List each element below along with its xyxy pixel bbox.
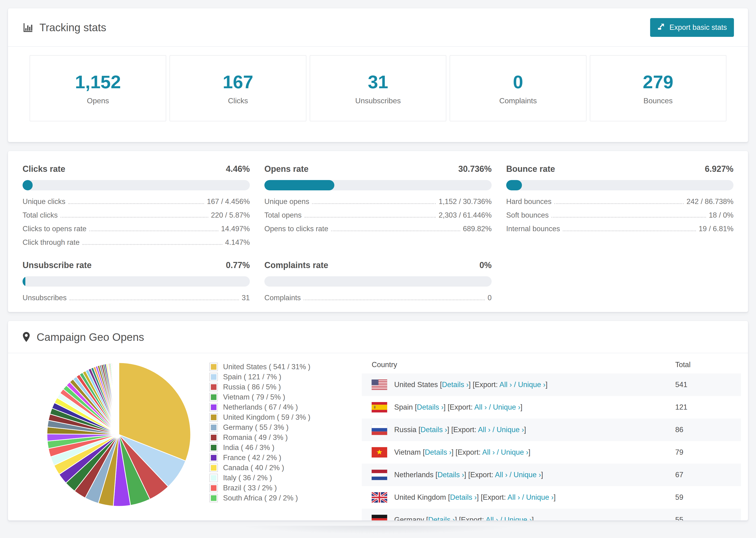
details-link[interactable]: Details › bbox=[442, 381, 469, 389]
legend-label: Spain ( 121 / 7% ) bbox=[223, 373, 281, 381]
bracket: [ bbox=[418, 426, 420, 434]
column-header-total: Total bbox=[675, 360, 731, 369]
rate-head: Complaints rate0% bbox=[264, 260, 492, 270]
details-link[interactable]: Details › bbox=[417, 403, 444, 411]
export-all-link[interactable]: All › bbox=[507, 493, 520, 501]
rate-progress-fill bbox=[264, 180, 334, 190]
bracket: ] bbox=[541, 471, 543, 479]
rate-progress-track bbox=[264, 276, 492, 287]
rate-row-label: Unique opens bbox=[264, 197, 309, 206]
rate-row-label: Unsubscribes bbox=[23, 294, 67, 302]
rate-row-value: 2,303 / 61.446% bbox=[439, 211, 492, 219]
export-unique-link[interactable]: Unique › bbox=[513, 471, 541, 479]
country-name: United States bbox=[394, 381, 440, 389]
flag-icon-vn bbox=[372, 447, 387, 457]
geo-title: Campaign Geo Opens bbox=[37, 331, 144, 344]
export-all-link[interactable]: All › bbox=[486, 516, 498, 521]
geo-title-wrap: Campaign Geo Opens bbox=[22, 331, 144, 344]
dotted-leader bbox=[563, 231, 696, 231]
bracket: ] [Export: bbox=[469, 381, 499, 389]
legend-label: Vietnam ( 79 / 5% ) bbox=[223, 393, 285, 402]
country-cell: United States [Details ›] [Export: All ›… bbox=[394, 381, 675, 389]
legend-item-india: India ( 46 / 3% ) bbox=[209, 443, 337, 453]
stat-tile-opens: 1,152Opens bbox=[29, 55, 166, 121]
slash-separator: / bbox=[520, 493, 526, 501]
legend-label: United States ( 541 / 31% ) bbox=[223, 363, 310, 371]
country-name: Russia bbox=[394, 426, 418, 434]
legend-label: Italy ( 36 / 2% ) bbox=[223, 474, 272, 482]
export-unique-link[interactable]: Unique › bbox=[518, 381, 545, 389]
export-all-link[interactable]: All › bbox=[499, 381, 512, 389]
export-unique-link[interactable]: Unique › bbox=[504, 516, 532, 521]
rate-title: Opens rate bbox=[264, 164, 308, 174]
rate-row: Hard bounces242 / 86.738% bbox=[506, 196, 733, 206]
legend-swatch bbox=[209, 423, 218, 432]
stat-value: 279 bbox=[643, 71, 674, 93]
legend-swatch bbox=[209, 463, 218, 472]
stat-value: 31 bbox=[368, 71, 388, 93]
total-cell: 59 bbox=[675, 493, 731, 502]
rate-head: Clicks rate4.46% bbox=[23, 164, 250, 174]
export-unique-link[interactable]: Unique › bbox=[497, 426, 524, 434]
total-cell: 67 bbox=[675, 471, 731, 479]
rate-row-label: Clicks to opens rate bbox=[23, 225, 86, 233]
rate-row: Unsubscribes31 bbox=[23, 293, 250, 302]
dotted-leader bbox=[82, 244, 222, 245]
details-link[interactable]: Details › bbox=[425, 448, 452, 456]
legend-swatch bbox=[209, 474, 218, 482]
export-unique-link[interactable]: Unique › bbox=[493, 403, 520, 411]
total-cell: 79 bbox=[675, 448, 731, 457]
details-link[interactable]: Details › bbox=[420, 426, 447, 434]
details-link[interactable]: Details › bbox=[450, 493, 477, 501]
rate-row: Total opens2,303 / 61.446% bbox=[264, 210, 492, 219]
country-cell: Russia [Details ›] [Export: All › / Uniq… bbox=[394, 426, 675, 434]
flag-icon-es bbox=[372, 402, 387, 412]
legend-item-united-states: United States ( 541 / 31% ) bbox=[209, 362, 337, 372]
stat-tile-clicks: 167Clicks bbox=[170, 55, 306, 121]
country-name: Germany bbox=[394, 516, 426, 521]
flag-icon-de bbox=[372, 515, 387, 521]
export-basic-stats-button[interactable]: Export basic stats bbox=[650, 18, 734, 37]
legend-label: India ( 46 / 3% ) bbox=[223, 443, 274, 452]
details-link[interactable]: Details › bbox=[428, 516, 455, 521]
rate-title: Complaints rate bbox=[264, 260, 328, 270]
legend-item-italy: Italy ( 36 / 2% ) bbox=[209, 473, 337, 483]
export-all-link[interactable]: All › bbox=[478, 426, 490, 434]
rate-head: Unsubscribe rate0.77% bbox=[23, 260, 250, 270]
rate-value: 0.77% bbox=[226, 260, 250, 270]
export-all-link[interactable]: All › bbox=[482, 448, 495, 456]
rate-row-label: Total clicks bbox=[23, 211, 58, 219]
details-link[interactable]: Details › bbox=[437, 471, 464, 479]
pie-slice-other[interactable] bbox=[119, 363, 119, 435]
stat-label: Bounces bbox=[644, 96, 673, 105]
header-divider bbox=[8, 46, 748, 47]
dotted-leader bbox=[554, 203, 684, 204]
rate-rows: Complaints0 bbox=[264, 293, 492, 302]
export-unique-link[interactable]: Unique › bbox=[526, 493, 554, 501]
rate-progress-track bbox=[23, 180, 250, 190]
rate-row: Unique clicks167 / 4.456% bbox=[23, 196, 250, 206]
bracket: ] [Export: bbox=[464, 471, 495, 479]
legend-label: Canada ( 40 / 2% ) bbox=[223, 463, 284, 472]
legend-swatch bbox=[209, 373, 218, 381]
dotted-leader bbox=[312, 203, 436, 204]
rate-row: Opens to clicks rate689.82% bbox=[264, 224, 492, 233]
slash-separator: / bbox=[507, 471, 513, 479]
geo-pie-chart[interactable] bbox=[44, 359, 194, 511]
rate-row: Internal bounces19 / 6.81% bbox=[506, 224, 733, 233]
geo-table-body: United States [Details ›] [Export: All ›… bbox=[362, 373, 741, 521]
rate-row-value: 167 / 4.456% bbox=[207, 197, 250, 206]
export-all-link[interactable]: All › bbox=[495, 471, 507, 479]
legend-label: Netherlands ( 67 / 4% ) bbox=[223, 403, 298, 411]
rate-value: 30.736% bbox=[458, 164, 492, 174]
export-unique-link[interactable]: Unique › bbox=[501, 448, 528, 456]
rate-rows: Unique opens1,152 / 30.736%Total opens2,… bbox=[264, 196, 492, 233]
export-all-link[interactable]: All › bbox=[474, 403, 487, 411]
total-cell: 121 bbox=[675, 403, 731, 411]
total-cell: 541 bbox=[675, 381, 731, 389]
campaign-geo-opens-card: Campaign Geo Opens United States ( 541 /… bbox=[8, 321, 748, 521]
stat-label: Opens bbox=[87, 96, 109, 105]
rate-row-value: 18 / 0% bbox=[709, 211, 733, 219]
bar-chart-icon bbox=[22, 22, 33, 33]
legend-item-brazil: Brazil ( 33 / 2% ) bbox=[209, 483, 337, 493]
